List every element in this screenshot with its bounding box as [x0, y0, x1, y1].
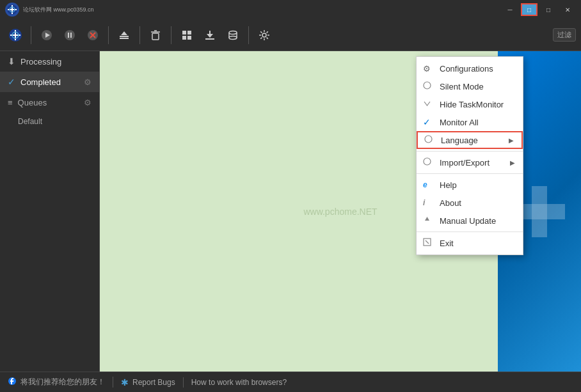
svg-rect-20: [182, 36, 186, 40]
configurations-icon: ⚙: [423, 64, 431, 74]
menu-item-manual-update[interactable]: Manual Update: [417, 212, 523, 230]
sidebar-item-processing[interactable]: ⬇ Processing: [0, 51, 99, 72]
menu-item-monitor-all[interactable]: ✓ Monitor All: [417, 113, 523, 131]
pause-button[interactable]: [60, 25, 80, 45]
svg-rect-21: [187, 36, 191, 40]
svg-point-27: [262, 33, 266, 37]
close-button[interactable]: ✕: [559, 3, 576, 16]
menu-item-configurations-label: Configurations: [440, 64, 493, 74]
statusbar-item-browsers[interactable]: How to work with browsers?: [184, 378, 294, 387]
maximize2-button[interactable]: □: [540, 3, 557, 16]
sidebar-item-processing-label: Processing: [20, 57, 61, 67]
menu-item-exit-label: Exit: [440, 239, 454, 248]
language-icon: [424, 135, 433, 145]
svg-rect-15: [152, 33, 159, 40]
import-export-submenu-arrow: ▶: [510, 159, 515, 166]
svg-point-30: [424, 158, 431, 165]
svg-marker-31: [425, 217, 429, 221]
grid-button[interactable]: [177, 25, 197, 45]
menu-item-import-export[interactable]: Import/Export ▶: [417, 153, 523, 171]
titlebar-left: 论坛软件网 www.pc0359.cn: [5, 3, 94, 17]
menu-item-help[interactable]: e Help: [417, 176, 523, 194]
menu-item-language-label: Language: [441, 136, 478, 145]
minimize-button[interactable]: ─: [502, 3, 518, 16]
svg-rect-13: [120, 38, 129, 39]
menu-item-language[interactable]: Language ▶: [417, 131, 523, 149]
menu-item-configurations[interactable]: ⚙ Configurations: [417, 59, 523, 77]
toolbar-divider-5: [248, 26, 249, 44]
manual-update-icon: [423, 216, 431, 226]
app-icon-toolbar[interactable]: [5, 25, 26, 45]
svg-line-33: [426, 240, 429, 244]
sidebar-item-default[interactable]: Default: [0, 113, 99, 130]
statusbar-item-bugs[interactable]: ✱ Report Bugs: [113, 377, 184, 388]
menu-item-about-label: About: [440, 198, 461, 208]
completed-gear-icon[interactable]: ⚙: [84, 77, 92, 87]
stop-button[interactable]: [83, 25, 103, 45]
statusbar-item-share[interactable]: 将我们推荐给您的朋友！: [8, 377, 113, 388]
svg-rect-19: [187, 31, 191, 35]
menu-item-hide-taskmonitor[interactable]: Hide TaskMonitor: [417, 95, 523, 113]
menu-separator-1: [417, 151, 523, 152]
menu-item-hide-taskmonitor-label: Hide TaskMonitor: [440, 100, 504, 109]
sidebar-item-completed[interactable]: ✓ Completed ⚙: [0, 72, 99, 92]
watermark: 论坛软件网 www.pc0359.cn: [23, 6, 94, 14]
facebook-icon: [8, 377, 17, 388]
statusbar-bugs-text: Report Bugs: [132, 378, 175, 387]
download-icon: ⬇: [8, 56, 15, 67]
toolbar-divider-3: [139, 26, 140, 44]
maximize-button[interactable]: □: [521, 3, 537, 16]
silent-mode-icon: [423, 81, 431, 91]
app-logo: [5, 3, 19, 17]
settings-button[interactable]: [254, 25, 275, 45]
toolbar-divider-1: [31, 26, 31, 44]
menu-item-monitor-all-label: Monitor All: [440, 118, 479, 127]
svg-point-6: [65, 30, 75, 40]
sidebar-item-queues[interactable]: ≡ Queues ⚙: [0, 92, 99, 113]
svg-rect-8: [70, 33, 72, 38]
menu-item-silent-mode[interactable]: Silent Mode: [417, 77, 523, 95]
bug-icon: ✱: [121, 377, 129, 388]
menu-separator-3: [417, 231, 523, 232]
check-icon: ✓: [8, 77, 15, 87]
svg-rect-7: [68, 33, 69, 38]
monitor-all-check-icon: ✓: [423, 117, 431, 127]
database-button[interactable]: [223, 25, 243, 45]
menu-item-exit[interactable]: Exit: [417, 234, 523, 252]
queues-gear-icon[interactable]: ⚙: [84, 98, 92, 107]
menu-item-help-label: Help: [440, 180, 457, 190]
download-button[interactable]: [200, 25, 220, 45]
menu-item-manual-update-label: Manual Update: [440, 216, 496, 226]
toolbar-divider-2: [108, 26, 109, 44]
play-button[interactable]: [36, 25, 57, 45]
sidebar: ⬇ Processing ✓ Completed ⚙ ≡ Queues ⚙ De…: [0, 51, 100, 372]
statusbar-browsers-text: How to work with browsers?: [191, 378, 287, 387]
main-layout: ⬇ Processing ✓ Completed ⚙ ≡ Queues ⚙ De…: [0, 51, 581, 372]
main-window: 论坛软件网 www.pc0359.cn ─ □ □ ✕: [0, 0, 581, 392]
titlebar: 论坛软件网 www.pc0359.cn ─ □ □ ✕: [0, 0, 581, 19]
menu-item-import-export-label: Import/Export: [440, 158, 489, 168]
exit-icon: [423, 238, 431, 248]
menu-item-silent-mode-label: Silent Mode: [440, 82, 484, 91]
queue-up-button[interactable]: [114, 25, 134, 45]
svg-point-29: [425, 136, 432, 143]
statusbar: 将我们推荐给您的朋友！ ✱ Report Bugs How to work wi…: [0, 372, 581, 392]
titlebar-controls: ─ □ □ ✕: [502, 3, 576, 16]
about-icon: i: [423, 198, 425, 207]
sidebar-item-completed-label: Completed: [20, 77, 61, 87]
language-submenu-arrow: ▶: [509, 137, 514, 144]
context-menu: ⚙ Configurations Silent Mode Hide TaskMo…: [416, 56, 523, 255]
menu-item-about[interactable]: i About: [417, 194, 523, 212]
svg-marker-22: [207, 34, 213, 38]
hide-taskmonitor-icon: [423, 99, 431, 109]
help-icon: e: [423, 180, 427, 189]
svg-rect-18: [182, 31, 186, 35]
menu-separator-2: [417, 173, 523, 174]
svg-point-26: [229, 36, 237, 39]
svg-point-28: [424, 82, 431, 89]
delete-button[interactable]: [145, 25, 166, 45]
queues-icon: ≡: [8, 98, 13, 107]
toolbar: 过滤: [0, 19, 581, 51]
filter-label: 过滤: [553, 28, 576, 42]
sidebar-item-queues-label: Queues: [18, 98, 47, 107]
